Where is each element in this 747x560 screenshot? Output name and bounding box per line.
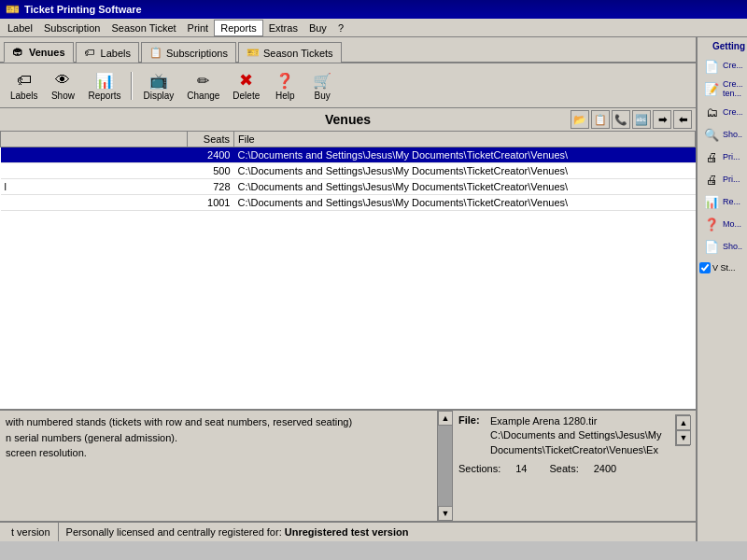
venues-header: Venues 📂📋📞🔤➡⬅: [0, 108, 696, 131]
menu-item-print[interactable]: Print: [182, 21, 215, 35]
sidebar-btn-sho2[interactable]: 📄 Sho...: [699, 236, 745, 259]
toolbar-btn-help[interactable]: ❓ Help: [268, 67, 302, 104]
scroll-down-btn[interactable]: ▼: [438, 506, 453, 521]
venues-tool-btn-1[interactable]: 📋: [591, 110, 610, 129]
status-bar: t version Personally licensed and centra…: [0, 521, 696, 541]
toolbar-btn-delete[interactable]: ✖ Delete: [228, 67, 264, 104]
tab-subscriptions[interactable]: 📋Subscriptions: [141, 42, 236, 63]
toolbar-label-change: Change: [187, 91, 219, 101]
venues-tool-btn-4[interactable]: ➡: [653, 110, 671, 129]
toolbar-icon-reports: 📊: [94, 70, 115, 91]
venues-table-container[interactable]: SeatsFile 2400C:\Documents and Settings\…: [0, 131, 696, 409]
sidebar-btn-mo[interactable]: ❓ Mo...: [699, 214, 745, 236]
tab-venues[interactable]: 🏟Venues: [4, 42, 74, 63]
sidebar-btn-re[interactable]: 📊 Re...: [699, 191, 745, 214]
menu-item-subscription[interactable]: Subscription: [38, 21, 106, 35]
venues-tool-btn-5[interactable]: ⬅: [673, 110, 692, 129]
desc-line: n serial numbers (general admission).: [6, 430, 431, 446]
toolbar-label-buy: Buy: [315, 91, 331, 101]
venues-tool-btn-0[interactable]: 📂: [571, 110, 589, 129]
desc-scrollbar[interactable]: ▲ ▼: [437, 411, 452, 521]
menu-item-buy[interactable]: Buy: [303, 21, 332, 35]
table-row[interactable]: l728C:\Documents and Settings\Jesus\My D…: [1, 179, 696, 195]
toolbar-icon-labels: 🏷: [14, 70, 35, 91]
sidebar-icon-pri2: 🖨: [702, 172, 721, 189]
toolbar-icon-display: 📺: [148, 70, 169, 91]
sidebar-icon-re: 📊: [702, 194, 721, 211]
sidebar-btn-pri1[interactable]: 🖨 Pri...: [699, 147, 745, 169]
toolbar-btn-display[interactable]: 📺 Display: [138, 67, 178, 104]
sidebar-checkbox-label: V St...: [712, 263, 736, 273]
scroll-up-btn[interactable]: ▲: [438, 411, 453, 426]
toolbar-btn-show[interactable]: 👁 Show: [46, 67, 79, 104]
file-scrollbar[interactable]: ▲ ▼: [675, 414, 690, 446]
sections-value: 14: [515, 463, 527, 474]
tab-labels[interactable]: 🏷Labels: [76, 42, 139, 63]
menu-bar: LabelSubscriptionSeason TicketPrintRepor…: [0, 19, 747, 37]
menu-item-label[interactable]: Label: [2, 21, 38, 35]
sidebar-btn-create1[interactable]: 📄 Cre...: [699, 55, 745, 77]
file-scroll-down[interactable]: ▼: [676, 430, 691, 445]
tab-icon-season-tickets: 🎫: [247, 47, 260, 60]
toolbar: 🏷 Labels 👁 Show 📊 Reports 📺 Display ✏ Ch…: [0, 63, 696, 108]
sidebar-btn-sho[interactable]: 🔍 Sho...: [699, 124, 745, 147]
table-row[interactable]: 2400C:\Documents and Settings\Jesus\My D…: [1, 147, 696, 163]
venue-file: C:\Documents and Settings\Jesus\My Docum…: [234, 195, 696, 211]
toolbar-btn-labels[interactable]: 🏷 Labels: [6, 67, 42, 104]
app-icon: 🎫: [6, 3, 20, 16]
sidebar-icon-create2: 📝: [702, 81, 721, 98]
center-area: 🏟Venues🏷Labels📋Subscriptions🎫Season Tick…: [0, 37, 696, 541]
venue-seats: 1001: [188, 195, 234, 211]
venue-name: [1, 195, 188, 211]
sidebar-label-mo: Mo...: [723, 220, 741, 230]
toolbar-label-show: Show: [51, 91, 75, 101]
menu-item-season ticket[interactable]: Season Ticket: [106, 21, 181, 35]
tab-label-subscriptions: Subscriptions: [166, 48, 228, 59]
tab-season-tickets[interactable]: 🎫Season Tickets: [238, 42, 342, 63]
sidebar-icon-sho2: 📄: [702, 239, 721, 256]
sidebar-label-sho: Sho...: [723, 131, 742, 140]
file-label: File:: [458, 414, 486, 426]
tab-bar: 🏟Venues🏷Labels📋Subscriptions🎫Season Tick…: [0, 37, 696, 63]
sidebar-label-create1: Cre...: [723, 62, 742, 71]
toolbar-icon-change: ✏: [193, 70, 214, 91]
title-bar: 🎫 Ticket Printing Software: [0, 0, 747, 19]
file-scroll-up[interactable]: ▲: [676, 415, 691, 430]
file-info: File: Example Arena 1280.tir C:\Document…: [458, 414, 690, 457]
venue-seats: 2400: [188, 147, 234, 163]
venues-tool-btn-2[interactable]: 📞: [612, 110, 630, 129]
sidebar-icon-pri1: 🖨: [702, 149, 721, 166]
tab-label-venues: Venues: [29, 47, 65, 58]
toolbar-label-reports: Reports: [88, 91, 120, 101]
toolbar-btn-change[interactable]: ✏ Change: [182, 67, 224, 104]
sidebar-checkbox-area: V St...: [699, 262, 745, 273]
venue-name: [1, 163, 188, 179]
table-row[interactable]: 1001C:\Documents and Settings\Jesus\My D…: [1, 195, 696, 211]
tab-label-season-tickets: Season Tickets: [263, 48, 333, 59]
sidebar-header: Getting: [699, 39, 745, 53]
seats-value: 2400: [594, 463, 616, 474]
sidebar-label-create3: Cre...: [723, 108, 742, 118]
toolbar-btn-buy[interactable]: 🛒 Buy: [305, 67, 339, 104]
sidebar-btn-create2[interactable]: 📝 Cre... ten...: [699, 77, 745, 102]
status-registered-value: Unregistered test version: [285, 526, 409, 538]
table-row[interactable]: 500C:\Documents and Settings\Jesus\My Do…: [1, 163, 696, 179]
menu-item-?[interactable]: ?: [332, 21, 349, 35]
toolbar-label-labels: Labels: [10, 91, 37, 101]
sidebar-checkbox[interactable]: [699, 262, 711, 273]
sidebar-btn-pri2[interactable]: 🖨 Pri...: [699, 169, 745, 191]
menu-item-reports[interactable]: Reports: [214, 20, 263, 36]
sidebar-icon-create1: 📄: [702, 58, 721, 75]
sidebar-btn-create3[interactable]: 🗂 Cre...: [699, 102, 745, 124]
menu-item-extras[interactable]: Extras: [263, 21, 303, 35]
scroll-track: [438, 426, 452, 506]
tab-icon-subscriptions: 📋: [149, 47, 162, 60]
status-left: t version: [4, 523, 59, 541]
toolbar-label-delete: Delete: [233, 91, 260, 101]
tab-icon-labels: 🏷: [84, 47, 97, 60]
venue-name: l: [1, 179, 188, 195]
sidebar-label-pri2: Pri...: [723, 175, 740, 185]
venues-tool-btn-3[interactable]: 🔤: [632, 110, 651, 129]
desc-line: with numbered stands (tickets with row a…: [6, 414, 431, 430]
toolbar-btn-reports[interactable]: 📊 Reports: [83, 67, 125, 104]
